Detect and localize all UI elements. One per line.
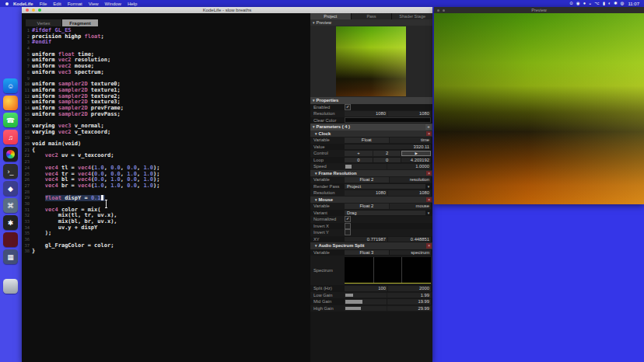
dock-item-chat[interactable]: ☎ <box>3 113 18 127</box>
inspector-tab-pass[interactable]: Pass <box>352 13 392 19</box>
section-header-frame-resolution[interactable]: ▾Frame Resolution× <box>310 170 432 177</box>
section-header-audio-spectrum-split[interactable]: ▾Audio Spectrum Split× <box>310 242 432 249</box>
collapse-icon[interactable]: ▾ <box>313 20 315 25</box>
value-field[interactable]: spectrum <box>390 250 431 256</box>
spotlight-icon[interactable]: ✱ <box>614 0 618 7</box>
slider-handle[interactable] <box>345 294 353 298</box>
dropdown-field[interactable]: Float 2 <box>345 177 389 183</box>
value-field[interactable]: 3320.11 <box>345 144 431 150</box>
dock-item-music[interactable]: ♫ <box>3 130 18 144</box>
value-field[interactable]: 1.0000 <box>387 164 431 169</box>
slider[interactable] <box>345 299 387 305</box>
dock-item-finder[interactable]: ☺ <box>3 78 18 93</box>
collapse-icon[interactable]: ▾ <box>313 98 315 103</box>
dropdown-field[interactable]: Float <box>345 137 389 143</box>
kodelife-titlebar[interactable]: KodeLife - slow breaths <box>22 7 432 13</box>
dock-item-photos[interactable] <box>3 147 18 162</box>
checkbox[interactable] <box>345 223 351 229</box>
stepper-field[interactable]: 0 <box>345 158 373 163</box>
value-field[interactable]: 1.99 <box>387 293 431 298</box>
value-field[interactable]: 1080 <box>345 111 387 117</box>
value-field[interactable]: 0.448851 <box>388 237 431 242</box>
battery-icon[interactable]: ▮ <box>603 0 605 7</box>
value-field[interactable]: mouse <box>390 204 431 209</box>
slider[interactable] <box>345 293 387 298</box>
bluetooth-icon[interactable]: ◒ <box>589 0 591 7</box>
value-field[interactable]: 29.99 <box>387 306 431 312</box>
chevron-down-icon[interactable]: ▾ <box>426 184 431 189</box>
collapse-icon[interactable]: ▾ <box>315 171 317 176</box>
remove-parameter-button[interactable]: × <box>426 243 432 249</box>
code-lines[interactable]: 1#ifdef GL_ES2precision highp float;3#en… <box>22 28 310 255</box>
wifi-icon[interactable]: ◐ <box>608 0 611 7</box>
dock-item-trash[interactable] <box>3 279 18 294</box>
control-button[interactable]: ▶ <box>401 151 431 157</box>
screen-mirroring-icon[interactable]: ⊙ <box>569 0 573 7</box>
color-swatch[interactable] <box>345 117 431 123</box>
section-header-mouse[interactable]: ▾Mouse× <box>310 197 432 204</box>
split-divider[interactable] <box>401 257 402 284</box>
remove-parameter-button[interactable]: × <box>426 197 432 203</box>
remove-parameter-button[interactable]: × <box>426 131 432 137</box>
dropdown-field[interactable]: Float 3 <box>345 250 389 256</box>
tab-vertex[interactable]: Vertex <box>26 19 61 26</box>
menu-clock[interactable]: 11:07 <box>628 2 639 6</box>
dock-item-media-tool[interactable]: ✱ <box>3 215 18 230</box>
dropdown-field[interactable]: Float 2 <box>345 204 389 209</box>
checkbox[interactable]: ✓ <box>345 104 351 110</box>
value-field[interactable]: 0.771987 <box>345 237 387 242</box>
checkbox[interactable] <box>345 229 351 235</box>
dropdown-field[interactable]: Project <box>345 184 425 190</box>
stepper-field[interactable]: + <box>345 151 373 156</box>
collapse-icon[interactable]: ▾ <box>315 131 317 136</box>
dock-item-dark-red-app[interactable] <box>3 232 18 247</box>
checkbox[interactable]: ✓ <box>345 216 351 222</box>
chevron-down-icon[interactable]: ▾ <box>426 211 431 215</box>
remove-parameter-button[interactable]: × <box>426 171 432 176</box>
tab-fragment[interactable]: Fragment <box>62 19 98 26</box>
dock-item-dev-tool[interactable]: ⌘ <box>3 198 18 213</box>
preview-titlebar[interactable]: Preview <box>434 7 644 13</box>
slider-handle[interactable] <box>345 300 362 304</box>
stepper-field[interactable]: 2 <box>373 151 401 156</box>
split-divider[interactable] <box>373 257 374 284</box>
dropdown-field[interactable]: Drag <box>345 211 425 216</box>
section-header-parameters-4[interactable]: ▾Parameters ( 4 )+ <box>310 124 432 131</box>
section-header-clock[interactable]: ▾Clock× <box>310 131 432 137</box>
dock-item-utility-dark[interactable]: ◆ <box>3 181 18 196</box>
do-not-disturb-icon[interactable]: ● <box>583 0 586 7</box>
menu-item-file[interactable]: File <box>40 2 47 6</box>
value-field[interactable]: 4.203192 <box>401 158 431 163</box>
slider-handle[interactable] <box>345 307 361 311</box>
collapse-icon[interactable]: ▾ <box>315 197 317 202</box>
value-field[interactable]: 1080 <box>388 111 431 117</box>
collapse-icon[interactable]: ▾ <box>315 243 317 248</box>
inspector-tab-project[interactable]: Project <box>310 13 351 19</box>
add-parameter-button[interactable]: + <box>425 124 432 130</box>
value-field[interactable]: 19.99 <box>387 299 431 305</box>
preview-section-header[interactable]: ▾ Preview <box>310 19 432 26</box>
slider[interactable] <box>345 306 387 312</box>
dock-item-terminal[interactable]: ›_ <box>3 164 18 179</box>
value-field[interactable]: 1080 <box>388 190 431 196</box>
menu-item-view[interactable]: View <box>89 2 99 6</box>
dock-item-slate-app[interactable]: ▦ <box>3 249 18 264</box>
control-center-icon[interactable]: ◍ <box>621 0 625 7</box>
menu-item-window[interactable]: Window <box>105 2 121 6</box>
menu-item-help[interactable]: Help <box>128 2 137 6</box>
section-header-properties[interactable]: ▾Properties <box>310 97 432 104</box>
value-field[interactable]: 2000 <box>388 286 431 291</box>
keyboard-icon[interactable]: ⌥ <box>594 0 599 7</box>
slider-handle[interactable] <box>345 165 352 169</box>
slider[interactable] <box>345 164 387 169</box>
inspector-tab-shader-stage[interactable]: Shader Stage <box>392 13 432 19</box>
display-icon[interactable]: ◉ <box>576 0 580 7</box>
menu-item-format[interactable]: Format <box>68 2 82 6</box>
value-field[interactable]: 1080 <box>345 190 387 196</box>
value-field[interactable]: resolution <box>390 177 431 183</box>
collapse-icon[interactable]: ▾ <box>313 124 315 129</box>
apple-icon[interactable] <box>5 2 9 5</box>
stepper-field[interactable]: 0 <box>373 158 401 163</box>
dock-item-browser[interactable] <box>3 96 18 110</box>
value-field[interactable]: 100 <box>345 286 387 291</box>
